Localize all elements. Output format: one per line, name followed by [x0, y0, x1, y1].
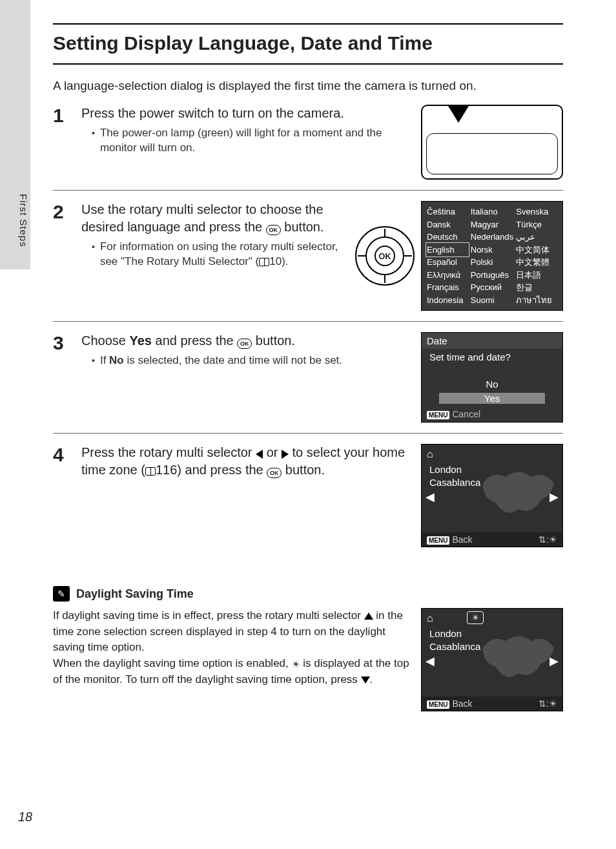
world-map-graphic [480, 628, 557, 686]
step-heading: Choose Yes and press the OK button. [81, 332, 413, 350]
right-arrow-icon [282, 450, 289, 459]
tz-city-1: London [429, 464, 462, 475]
dst-enabled-icon: ☀ [467, 611, 484, 624]
language-option: ภาษาไทย [516, 294, 557, 307]
dst-indicator-icon: ⇅:☀ [539, 534, 557, 545]
page-title: Setting Display Language, Date and Time [53, 32, 563, 54]
down-arrow-icon [361, 676, 370, 684]
step-number: 2 [53, 201, 81, 311]
ok-button-icon: OK [266, 225, 281, 235]
step-4: 4 Press the rotary multi selector or to … [53, 444, 563, 547]
up-arrow-icon [364, 613, 373, 620]
language-option: Português [471, 269, 514, 282]
camera-power-figure [421, 105, 563, 180]
divider [53, 190, 563, 191]
divider [53, 321, 563, 322]
step-bullet: If No is selected, the date and time wil… [92, 353, 413, 368]
language-option: Magyar [471, 218, 514, 231]
option-yes-selected: Yes [422, 393, 562, 404]
date-dialog-screen: Date Set time and date? No Yes MENUCance… [421, 332, 563, 423]
language-option: Norsk [471, 244, 514, 257]
timezone-screen: ⌂ London Casablanca ◀ ▶ MENUBack ⇅:☀ [421, 444, 563, 547]
left-arrow-icon [256, 450, 263, 459]
section-tab-label: First Steps [18, 194, 29, 247]
language-option: Türkçe [516, 218, 557, 231]
rotary-selector-figure: OK [355, 226, 415, 286]
rule-under-title [53, 63, 563, 65]
ok-button-icon: OK [267, 468, 282, 478]
language-option: Polski [471, 256, 514, 269]
page-content: Setting Display Language, Date and Time … [53, 23, 563, 711]
language-option: 中文繁體 [516, 256, 557, 269]
menu-tag-icon: MENU [427, 536, 449, 545]
step-bullet: The power-on lamp (green) will light for… [92, 126, 413, 156]
dialog-cancel-hint: MENUCancel [422, 408, 562, 421]
language-option: Dansk [427, 218, 468, 231]
language-option: Ελληνικά [427, 269, 468, 282]
language-option: Suomi [471, 294, 514, 307]
step-number: 1 [53, 105, 81, 180]
tz-city-2: Casablanca [429, 477, 480, 488]
page-ref-icon [145, 467, 156, 476]
language-option: Français [427, 281, 468, 294]
dst-indicator-icon: ⇅:☀ [539, 698, 557, 709]
dst-sun-icon: ☀ [292, 658, 300, 671]
timezone-screen-dst: ⌂ ☀ London Casablanca ◀ ▶ MENUBack ⇅:☀ [421, 608, 563, 711]
step-1: 1 Press the power switch to turn on the … [53, 105, 563, 180]
language-option: Italiano [471, 205, 514, 218]
tz-city-1: London [429, 628, 462, 639]
step-heading: Press the power switch to turn on the ca… [81, 105, 413, 122]
tz-left-arrow-icon: ◀ [426, 490, 435, 504]
language-option: English [427, 244, 468, 257]
rule-top [53, 23, 563, 25]
ok-button-icon: OK [237, 339, 252, 349]
page-number: 18 [18, 810, 32, 824]
language-option: Indonesia [427, 294, 468, 307]
language-list-screen: ČeštinaDanskDeutschEnglishEspañolΕλληνικ… [421, 201, 563, 311]
menu-tag-icon: MENU [427, 411, 449, 419]
home-icon: ⌂ [427, 448, 433, 460]
tz-city-2: Casablanca [429, 641, 480, 652]
dialog-title: Date [422, 333, 562, 349]
step-number: 3 [53, 332, 81, 423]
note-title: Daylight Saving Time [76, 587, 194, 601]
language-option: Español [427, 256, 468, 269]
language-option: 中文简体 [516, 244, 557, 257]
dialog-question: Set time and date? [422, 349, 562, 365]
step-bullet: For information on using the rotary mult… [92, 240, 347, 269]
note-body: If daylight saving time is in effect, pr… [53, 608, 412, 711]
note-daylight-saving: ✎ Daylight Saving Time If daylight savin… [53, 586, 563, 711]
intro-text: A language-selection dialog is displayed… [53, 79, 563, 93]
world-map-graphic [480, 464, 557, 522]
language-option: 日本語 [516, 269, 557, 282]
note-icon: ✎ [53, 586, 70, 602]
page-ref-icon [259, 258, 269, 266]
language-option: عربي [516, 231, 557, 244]
home-icon: ⌂ [427, 613, 433, 624]
language-option: 한글 [516, 281, 557, 294]
margin-gray-top [0, 0, 30, 169]
language-option: Deutsch [427, 231, 468, 244]
step-2: 2 Use the rotary multi selector to choos… [53, 201, 563, 311]
language-option: Čeština [427, 205, 468, 218]
option-no: No [422, 379, 562, 390]
step-heading: Use the rotary multi selector to choose … [81, 201, 347, 236]
menu-tag-icon: MENU [427, 700, 449, 709]
language-option: Русский [471, 281, 514, 294]
language-option: Nederlands [471, 231, 514, 244]
step-heading: Press the rotary multi selector or to se… [81, 444, 413, 479]
divider [53, 433, 563, 434]
step-3: 3 Choose Yes and press the OK button. If… [53, 332, 563, 423]
step-number: 4 [53, 444, 81, 547]
language-option: Svenska [516, 205, 557, 218]
tz-left-arrow-icon: ◀ [426, 654, 435, 668]
